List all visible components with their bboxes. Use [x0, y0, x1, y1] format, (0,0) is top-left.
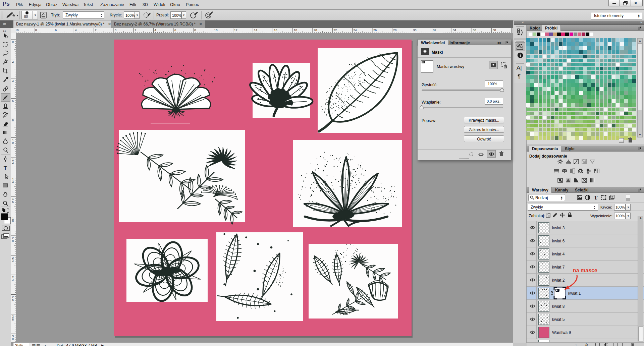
svg-text:34: 34	[453, 28, 456, 32]
svg-text:30: 30	[413, 28, 417, 32]
svg-text:32: 32	[433, 28, 436, 32]
svg-text:10: 10	[16, 28, 19, 32]
svg-text:38: 38	[493, 28, 496, 32]
svg-text:2: 2	[12, 259, 14, 262]
svg-text:36: 36	[473, 28, 476, 32]
svg-text:0: 0	[115, 28, 116, 32]
svg-text:24: 24	[354, 28, 357, 32]
svg-text:0: 0	[12, 239, 14, 243]
svg-text:22: 22	[333, 28, 337, 32]
svg-text:8: 8	[12, 119, 14, 122]
svg-text:0: 0	[12, 40, 14, 44]
svg-text:8: 8	[12, 220, 14, 223]
svg-text:4: 4	[12, 79, 14, 83]
svg-text:12: 12	[234, 28, 237, 32]
svg-text:18: 18	[294, 28, 297, 32]
svg-text:2: 2	[12, 60, 14, 63]
svg-text:16: 16	[274, 28, 277, 32]
svg-text:6: 6	[12, 298, 14, 301]
svg-text:2: 2	[95, 28, 97, 32]
svg-text:28: 28	[393, 28, 396, 32]
svg-text:2: 2	[135, 28, 136, 32]
svg-text:26: 26	[373, 28, 377, 32]
svg-text:2: 2	[12, 161, 14, 164]
svg-text:4: 4	[75, 28, 76, 32]
svg-text:6: 6	[12, 99, 14, 103]
svg-text:T: T	[594, 195, 598, 200]
svg-text:T: T	[4, 165, 7, 171]
svg-text:6: 6	[55, 28, 57, 32]
svg-text:6: 6	[174, 28, 176, 32]
svg-text:0: 0	[12, 337, 14, 341]
svg-text:4: 4	[12, 279, 14, 282]
svg-text:0: 0	[12, 141, 14, 145]
svg-text:10: 10	[214, 28, 218, 32]
svg-text:4: 4	[155, 28, 156, 32]
svg-text:8: 8	[194, 28, 196, 32]
svg-text:6: 6	[12, 200, 14, 204]
svg-text:4: 4	[12, 180, 14, 184]
svg-text:8: 8	[35, 28, 37, 32]
svg-text:14: 14	[254, 28, 257, 32]
svg-text:8: 8	[12, 318, 14, 321]
svg-text:20: 20	[314, 28, 317, 32]
